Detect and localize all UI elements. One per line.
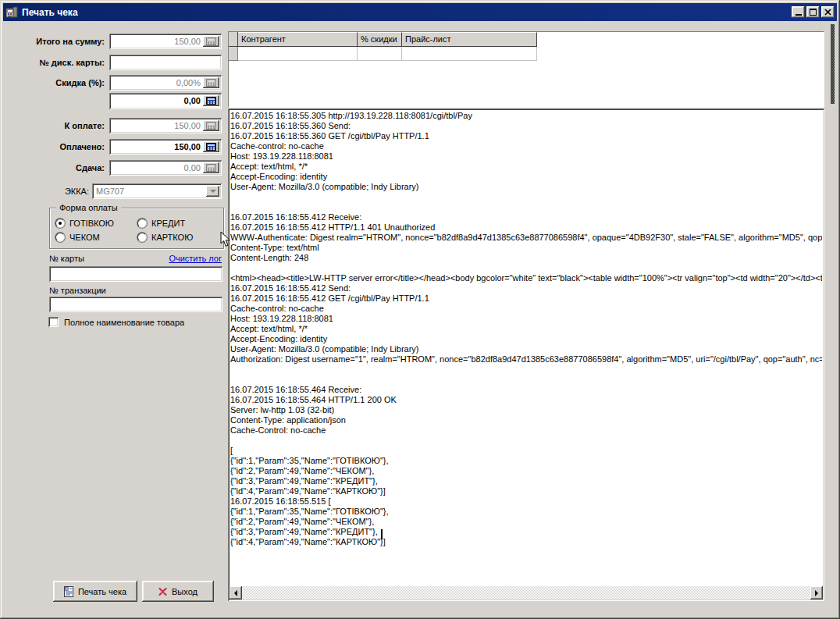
minimize-icon	[796, 14, 802, 16]
clear-log-link[interactable]: Очистить лог	[125, 254, 222, 263]
radio-credit[interactable]: КРЕДИТ	[137, 218, 185, 229]
horizontal-scrollbar[interactable]	[230, 586, 823, 599]
cell-price-list	[402, 47, 537, 61]
total-amount-label: Итого на сумму:	[0, 37, 105, 48]
log-line: Accept: text/html, */*	[230, 324, 822, 334]
change-label: Сдача:	[0, 163, 105, 174]
to-pay-value: 150,00	[112, 121, 201, 130]
table-header-row: Контрагент % скидки Прайс-лист	[229, 32, 824, 47]
radio-cheque[interactable]: ЧЕКОМ	[55, 232, 100, 243]
calculator-icon	[206, 143, 216, 151]
log-line: Authorization: Digest username="1", real…	[230, 354, 822, 365]
log-line: {"id":3,"Param":49,"Name":"КРЕДИТ"},	[230, 527, 822, 537]
log-line: [	[230, 446, 822, 456]
log-line: Accept-Encoding: identity	[230, 172, 822, 182]
to-pay-field: 150,00	[109, 118, 222, 133]
http-log-text: 16.07.2015 16:18:55.305 http://193.19.22…	[230, 111, 822, 585]
discount-percent-field: 0,00%	[109, 75, 222, 91]
column-header-counterparty[interactable]: Контрагент	[238, 32, 358, 47]
calculator-icon	[206, 164, 216, 172]
log-line: 16.07.2015 16:18:55.360 Send:	[230, 121, 822, 131]
scroll-right-button[interactable]	[810, 586, 823, 599]
payment-form-group-title: Форма оплаты	[56, 203, 121, 212]
discount-amount-value: 0,00	[112, 96, 201, 105]
close-icon	[824, 9, 831, 16]
log-line: User-Agent: Mozilla/3.0 (compatible; Ind…	[230, 182, 822, 192]
chevron-down-icon	[210, 190, 216, 193]
column-header-price-list[interactable]: Прайс-лист	[402, 32, 537, 47]
log-line: 16.07.2015 16:18:55.412 Receive:	[230, 212, 822, 222]
radio-card[interactable]: КАРТКОЮ	[137, 232, 193, 243]
radio-card-label: КАРТКОЮ	[151, 233, 193, 242]
paid-value: 150,00	[112, 142, 201, 151]
transaction-number-input[interactable]	[49, 297, 222, 312]
log-line: Cache-control: no-cache	[230, 141, 822, 151]
log-line	[230, 192, 822, 202]
log-line: {"id":1,"Param":35,"Name":"ГОТІВКОЮ"},	[230, 507, 822, 517]
minimize-button[interactable]	[792, 6, 805, 18]
log-line: Content-Type: application/json	[230, 415, 822, 425]
radio-button-icon	[137, 233, 147, 242]
full-product-name-label: Полное наименование товара	[64, 318, 184, 327]
log-line: 16.07.2015 16:18:55.515 [	[230, 496, 822, 507]
arrow-right-icon	[815, 590, 818, 596]
log-line: {"id":2,"Param":49,"Name":"ЧЕКОМ"},	[230, 466, 822, 476]
change-calc-button	[203, 162, 219, 173]
log-line: Host: 193.19.228.118:8081	[230, 314, 822, 324]
row-selector-cell[interactable]	[229, 47, 238, 61]
total-amount-value: 150,00	[112, 37, 201, 46]
cash-register-icon	[5, 6, 18, 19]
radio-button-icon	[55, 233, 65, 242]
log-line: 16.07.2015 16:18:55.305 http://193.19.22…	[230, 111, 822, 121]
log-line	[230, 375, 822, 385]
calculator-icon	[206, 79, 216, 87]
table-row[interactable]	[229, 47, 824, 61]
log-line: User-Agent: Mozilla/3.0 (compatible; Ind…	[230, 344, 822, 354]
discount-card-label: № диск. карты:	[0, 58, 105, 69]
scroll-left-button[interactable]	[230, 586, 242, 599]
scrollbar-track[interactable]	[242, 586, 810, 599]
radio-credit-label: КРЕДИТ	[151, 219, 185, 228]
http-log-memo[interactable]: 16.07.2015 16:18:55.305 http://193.19.22…	[228, 109, 824, 601]
ekka-label: ЭККА:	[0, 187, 89, 197]
discount-amount-input[interactable]: 0,00	[109, 93, 222, 109]
log-line: {"id":1,"Param":35,"Name":"ГОТІВКОЮ"},	[230, 456, 822, 466]
transaction-number-label: № транзакции	[49, 286, 106, 295]
full-product-name-checkbox[interactable]	[48, 317, 59, 327]
column-header-discount-percent[interactable]: % скидки	[358, 32, 402, 47]
paid-input[interactable]: 150,00	[109, 139, 222, 155]
radio-button-icon	[137, 219, 147, 228]
discount-card-input[interactable]	[109, 55, 222, 70]
close-button[interactable]	[821, 6, 835, 18]
maximize-button[interactable]	[806, 6, 820, 18]
exit-button-label: Выход	[172, 587, 198, 596]
log-line: {"id":4,"Param":49,"Name":"КАРТКОЮ"}]	[230, 537, 822, 547]
log-line: 16.07.2015 16:18:55.464 HTTP/1.1 200 OK	[230, 395, 822, 405]
print-receipt-button[interactable]: Печать чека	[53, 581, 137, 602]
paid-calc-button[interactable]	[203, 141, 219, 152]
log-line: Content-Type: text/html	[230, 243, 822, 253]
radio-cash[interactable]: ГОТІВКОЮ	[55, 218, 114, 229]
log-line: Cache-Control: no-cache	[230, 425, 822, 436]
total-amount-field: 150,00	[109, 34, 222, 49]
discount-percent-calc-button	[203, 77, 219, 88]
log-line: 16.07.2015 16:18:55.464 Receive:	[230, 385, 822, 395]
card-number-input[interactable]	[49, 266, 222, 282]
title-bar[interactable]: Печать чека	[3, 3, 837, 21]
counterparty-table[interactable]: Контрагент % скидки Прайс-лист	[228, 31, 824, 108]
print-receipt-button-label: Печать чека	[78, 587, 126, 596]
print-receipt-icon	[64, 586, 73, 597]
discount-amount-calc-button[interactable]	[203, 95, 219, 106]
paid-label: Оплачено:	[0, 142, 105, 153]
text-caret	[381, 529, 383, 539]
to-pay-label: К оплате:	[0, 121, 105, 132]
log-line: WWW-Authenticate: Digest realm="HTROM", …	[230, 233, 822, 243]
to-pay-calc-button	[203, 120, 219, 131]
discount-percent-value: 0,00%	[112, 78, 201, 87]
log-line	[230, 436, 822, 446]
arrow-left-icon	[234, 590, 237, 596]
log-line	[230, 202, 822, 212]
exit-button[interactable]: Выход	[142, 581, 214, 602]
calculator-icon	[206, 122, 216, 130]
log-line: {"id":4,"Param":49,"Name":"КАРТКОЮ"}]	[230, 486, 822, 496]
